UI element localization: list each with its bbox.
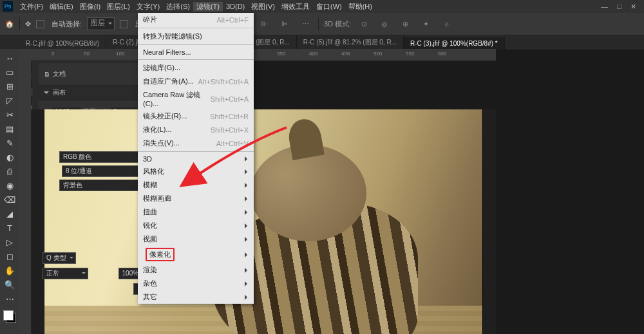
distribute-icon-2[interactable]: ⊫	[277, 16, 292, 32]
filter-render[interactable]: 渲染	[138, 263, 254, 277]
distribute-icon-1[interactable]: ⊪	[256, 16, 272, 32]
3d-icon-4[interactable]: ✦	[418, 16, 433, 32]
show-transform-checkbox[interactable]	[120, 20, 128, 28]
move-tool-icon[interactable]: ✥	[25, 20, 31, 28]
more-tools[interactable]: ⋯	[3, 292, 17, 305]
menu-view[interactable]: 视图(V)	[248, 2, 278, 12]
layer-kind-dropdown[interactable]: Q 类型	[43, 252, 76, 264]
menu-image[interactable]: 图像(I)	[77, 2, 104, 12]
blend-mode-dropdown[interactable]: 正常	[43, 268, 88, 279]
filter-menu: 碎片Alt+Ctrl+F 转换为智能滤镜(S) Neural Filters..…	[138, 13, 254, 304]
app-logo: Ps	[3, 1, 13, 12]
filter-gallery[interactable]: 滤镜库(G)...	[138, 61, 254, 75]
canvas-image	[44, 109, 482, 334]
3d-mode-label: 3D 模式:	[324, 19, 351, 29]
crop-tool[interactable]: ✂	[3, 108, 17, 121]
color-swatches[interactable]	[3, 310, 16, 323]
gradient-tool[interactable]: ◢	[3, 207, 17, 220]
options-bar: 🏠 ✥ 自动选择: 图层 显示变换控件 ≡ ⫴ ⫿ ⊪ ⊫ ⋯ 3D 模式: ⊙…	[0, 13, 644, 35]
frame-tool[interactable]: ▤	[3, 122, 17, 135]
3d-icon-5[interactable]: ⟡	[439, 16, 454, 32]
filter-blur[interactable]: 模糊	[138, 178, 254, 192]
filter-convert-smart[interactable]: 转换为智能滤镜(S)	[138, 30, 254, 43]
eraser-tool[interactable]: ⌫	[3, 193, 17, 206]
window-min-icon[interactable]: —	[601, 3, 608, 11]
menubar: Ps 文件(F) 编辑(E) 图像(I) 图层(L) 文字(Y) 选择(S) 滤…	[0, 0, 644, 13]
filter-video[interactable]: 视频	[138, 232, 254, 246]
menu-edit[interactable]: 编辑(E)	[46, 2, 77, 12]
filter-neural[interactable]: Neural Filters...	[138, 46, 254, 58]
3d-icon-2[interactable]: ◎	[377, 16, 392, 32]
menu-filter[interactable]: 滤镜(T)	[193, 2, 223, 12]
type-tool[interactable]: T	[3, 221, 17, 234]
brush-tool[interactable]: ⎙	[3, 165, 17, 178]
document-label: 文档	[53, 70, 66, 79]
menu-layer[interactable]: 图层(L)	[104, 2, 133, 12]
filter-sharpen[interactable]: 锐化	[138, 219, 254, 232]
menu-3d[interactable]: 3D(D)	[223, 3, 248, 10]
filter-adaptive-wide[interactable]: 自适应广角(A)...Alt+Shift+Ctrl+A	[138, 75, 254, 88]
doc-tab-3[interactable]: R-C (5).jfif @ 81.2% (图层 0, R...	[297, 35, 404, 50]
lasso-tool[interactable]: ⊞	[3, 80, 17, 93]
window-close-icon[interactable]: ✕	[630, 3, 636, 11]
document-icon: 🗎	[44, 71, 50, 78]
marquee-tool[interactable]: ▭	[3, 66, 17, 79]
3d-icon-3[interactable]: ⊕	[397, 16, 413, 32]
filter-camera-raw[interactable]: Camera Raw 滤镜(C)...Shift+Ctrl+A	[138, 88, 254, 109]
more-icon[interactable]: ⋯	[298, 16, 313, 32]
filter-noise[interactable]: 杂色	[138, 277, 254, 290]
stamp-tool[interactable]: ◉	[3, 179, 17, 192]
menu-help[interactable]: 帮助(H)	[345, 2, 375, 12]
eyedropper-tool[interactable]: ✎	[3, 136, 17, 149]
filter-blur-gallery[interactable]: 模糊画廊	[138, 192, 254, 205]
home-icon[interactable]: 🏠	[5, 20, 14, 28]
hand-tool[interactable]: ✋	[3, 264, 17, 277]
menu-plugins[interactable]: 增效工具	[278, 2, 313, 12]
filter-vanishing-point[interactable]: 消失点(V)...Alt+Ctrl+V	[138, 136, 254, 150]
menu-file[interactable]: 文件(F)	[17, 2, 46, 12]
window-max-icon[interactable]: □	[617, 3, 621, 11]
ruler-horizontal: 050100150200250300350400450500550600	[19, 49, 496, 61]
doc-tab-0[interactable]: R-C.jfif @ 100%(RGB/8#)	[19, 37, 106, 50]
menu-select[interactable]: 选择(S)	[163, 2, 193, 12]
menu-type[interactable]: 文字(Y)	[133, 2, 164, 12]
shape-tool[interactable]: ◻	[3, 250, 17, 263]
menu-window[interactable]: 窗口(W)	[313, 2, 345, 12]
wand-tool[interactable]: ◸	[3, 94, 17, 107]
doc-tab-4[interactable]: R-C (3).jfif @ 100%(RGB/8#) *	[404, 37, 505, 50]
filter-3d[interactable]: 3D	[138, 153, 254, 165]
filter-pixelate[interactable]: 像素化	[138, 246, 254, 263]
filter-other[interactable]: 其它	[138, 290, 254, 304]
path-tool[interactable]: ▷	[3, 236, 17, 248]
filter-distort[interactable]: 扭曲	[138, 205, 254, 219]
filter-last[interactable]: 碎片Alt+Ctrl+F	[138, 13, 254, 26]
auto-select-dropdown[interactable]: 图层	[87, 17, 115, 30]
tools-panel: ↔ ▭ ⊞ ◸ ✂ ▤ ✎ ◐ ⎙ ◉ ⌫ ◢ T ▷ ◻ ✋ 🔍 ⋯	[0, 49, 19, 334]
auto-select-checkbox[interactable]	[36, 20, 44, 28]
canvas-area[interactable]	[31, 109, 496, 334]
filter-stylize[interactable]: 风格化	[138, 165, 254, 178]
filter-liquify[interactable]: 液化(L)...Shift+Ctrl+X	[138, 123, 254, 136]
3d-icon-1[interactable]: ⊙	[356, 16, 372, 32]
ruler-vertical	[19, 60, 32, 334]
move-tool[interactable]: ↔	[3, 51, 17, 64]
zoom-tool[interactable]: 🔍	[3, 278, 17, 291]
heal-tool[interactable]: ◐	[3, 151, 17, 163]
document-tabs: R-C.jfif @ 100%(RGB/8#) R-C (2).jfif @ 1…	[0, 35, 644, 50]
filter-lens-correction[interactable]: 镜头校正(R)...Shift+Ctrl+R	[138, 109, 254, 123]
auto-select-label: 自动选择:	[52, 19, 82, 29]
